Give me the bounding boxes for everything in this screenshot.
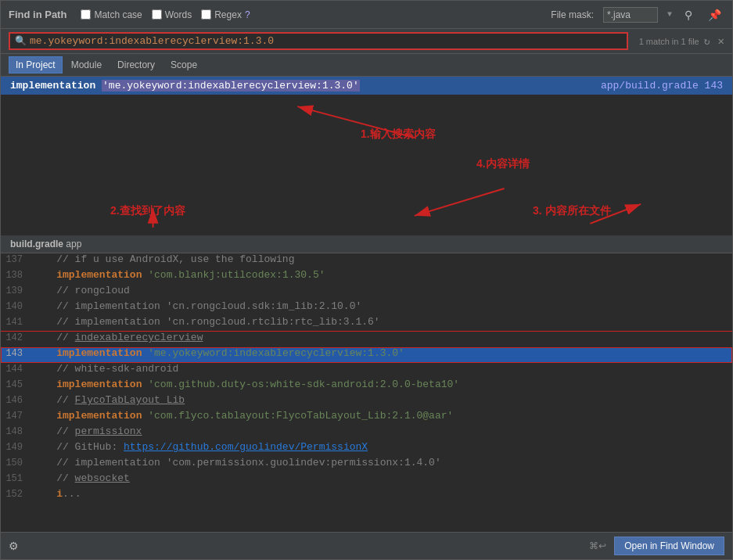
line-content: // websocket — [32, 472, 130, 484]
annotation-2: 2.查找到了内容 — [110, 204, 185, 218]
annotation-1: 1.输入搜索内容 — [361, 127, 436, 142]
footer-right: ⌘↩ Open in Find Window — [589, 537, 724, 555]
line-number: 152 — [1, 489, 32, 500]
footer-bar: ⚙ ⌘↩ Open in Find Window — [1, 532, 732, 559]
result-file-location: app/build.gradle 143 — [601, 80, 723, 92]
code-file-name: build.gradle — [10, 239, 63, 249]
settings-button[interactable]: ⚙ — [9, 540, 19, 552]
code-line-143: 143 implementation 'me.yokeyword:indexab… — [1, 347, 732, 363]
line-content: i... — [32, 488, 81, 500]
code-line-146: 146 // FlycoTabLayout_Lib — [1, 394, 732, 410]
match-case-group: Match case — [81, 9, 142, 20]
code-editor-area: build.gradle app 137 // if u use Android… — [1, 235, 732, 532]
result-highlight: 'me.yokeyword:indexablerecyclerview:1.3.… — [102, 80, 360, 92]
annotation-4: 4.内容详情 — [476, 157, 530, 171]
code-line-138: 138 implementation 'com.blankj:utilcodex… — [1, 269, 732, 285]
results-and-annotations: implementation 'me.yokeyword:indexablere… — [1, 77, 732, 235]
svg-line-4 — [415, 188, 505, 216]
line-number: 145 — [1, 379, 32, 390]
line-number: 151 — [1, 473, 32, 484]
line-content: // permissionx — [32, 425, 142, 437]
regex-help-icon[interactable]: ? — [245, 9, 250, 20]
tab-in-project[interactable]: In Project — [9, 56, 63, 74]
dialog-title: Find in Path — [9, 9, 66, 20]
refresh-icon[interactable]: ↻ — [704, 35, 710, 48]
line-content: // implementation 'cn.rongcloud.sdk:im_l… — [32, 300, 361, 312]
words-label: Words — [165, 9, 192, 20]
line-number: 147 — [1, 411, 32, 422]
line-content: // rongcloud — [32, 285, 130, 296]
file-mask-label: File mask: — [551, 9, 594, 20]
code-line-137: 137 // if u use AndroidX, use the follow… — [1, 253, 732, 269]
search-input-row: 🔍 me.yokeyword:indexablerecyclerview:1.3… — [1, 29, 732, 54]
pin-icon-button[interactable]: 📌 — [705, 7, 724, 23]
line-number: 141 — [1, 317, 32, 328]
search-input-display: me.yokeyword:indexablerecyclerview:1.3.0 — [30, 35, 622, 47]
line-number: 149 — [1, 442, 32, 453]
code-line-141: 141 // implementation 'cn.rongcloud.rtcl… — [1, 316, 732, 332]
line-number: 137 — [1, 254, 32, 265]
code-file-header: build.gradle app — [1, 235, 732, 253]
tab-scope[interactable]: Scope — [163, 56, 204, 74]
line-number: 148 — [1, 426, 32, 437]
line-number: 138 — [1, 270, 32, 281]
line-number: 150 — [1, 458, 32, 468]
line-number: 140 — [1, 301, 32, 312]
annotation-overlay: 1.输入搜索内容 2.查找到了内容 3. 内容所在文件 4.内容详情 — [1, 95, 732, 235]
line-number: 142 — [1, 332, 32, 343]
shortcut-hint: ⌘↩ — [589, 540, 606, 551]
close-search-icon[interactable]: ✕ — [718, 34, 724, 48]
regex-checkbox[interactable] — [201, 9, 211, 20]
line-content: implementation 'com.github.duty-os:white… — [32, 379, 459, 390]
line-content: // if u use AndroidX, use the following — [32, 253, 294, 265]
line-number: 139 — [1, 285, 32, 296]
code-line-139: 139 // rongcloud — [1, 285, 732, 300]
line-content: // GitHub: https://github.com/guolindev/… — [32, 441, 368, 453]
line-content: implementation 'me.yokeyword:indexablere… — [32, 347, 404, 359]
result-keyword: implementation — [10, 80, 102, 92]
line-number: 143 — [1, 348, 32, 359]
code-line-147: 147 implementation 'com.flyco.tablayout:… — [1, 410, 732, 425]
search-field-wrapper: 🔍 me.yokeyword:indexablerecyclerview:1.3… — [9, 32, 628, 50]
scope-tabs: In Project Module Directory Scope — [1, 54, 732, 77]
code-line-148: 148 // permissionx — [1, 425, 732, 441]
line-content: implementation 'com.blankj:utilcodex:1.3… — [32, 269, 325, 281]
regex-group: Regex ? — [201, 9, 250, 20]
code-line-140: 140 // implementation 'cn.rongcloud.sdk:… — [1, 300, 732, 316]
code-line-150: 150 // implementation 'com.permissionx.g… — [1, 457, 732, 472]
code-line-151: 151 // websocket — [1, 472, 732, 488]
line-content: // indexablerecyclerview — [32, 332, 203, 343]
words-checkbox[interactable] — [152, 9, 162, 20]
search-icon: 🔍 — [15, 35, 27, 47]
code-line-142: 142 // indexablerecyclerview — [1, 332, 732, 347]
find-in-path-dialog: Find in Path Match case Words Regex ? Fi… — [0, 0, 733, 560]
annotation-3: 3. 内容所在文件 — [533, 204, 611, 218]
line-number: 144 — [1, 364, 32, 375]
match-case-checkbox[interactable] — [81, 9, 91, 20]
open-in-find-window-button[interactable]: Open in Find Window — [614, 537, 724, 555]
line-content: // white-sdk-android — [32, 363, 178, 375]
tab-directory[interactable]: Directory — [110, 56, 162, 74]
match-count-info: 1 match in 1 file — [639, 37, 699, 46]
line-content: // implementation 'com.permissionx.guoli… — [32, 457, 441, 468]
code-line-149: 149 // GitHub: https://github.com/guolin… — [1, 441, 732, 457]
line-content: // FlycoTabLayout_Lib — [32, 394, 185, 406]
match-case-label: Match case — [94, 9, 142, 20]
code-lines-container[interactable]: 137 // if u use AndroidX, use the follow… — [1, 253, 732, 529]
file-mask-dropdown[interactable]: ▼ — [667, 10, 672, 19]
line-number: 146 — [1, 395, 32, 406]
file-mask-input[interactable] — [603, 7, 658, 23]
code-line-144: 144 // white-sdk-android — [1, 363, 732, 379]
tab-module[interactable]: Module — [64, 56, 109, 74]
result-code: implementation 'me.yokeyword:indexablere… — [10, 80, 593, 92]
dialog-header: Find in Path Match case Words Regex ? Fi… — [1, 1, 732, 29]
line-content: implementation 'com.flyco.tablayout:Flyc… — [32, 410, 453, 422]
words-group: Words — [152, 9, 192, 20]
code-line-152: 152 i... — [1, 488, 732, 504]
code-file-module: app — [66, 239, 81, 249]
result-row[interactable]: implementation 'me.yokeyword:indexablere… — [1, 77, 732, 95]
line-content: // implementation 'cn.rongcloud.rtclib:r… — [32, 316, 380, 328]
filter-icon-button[interactable]: ⚲ — [681, 7, 695, 23]
code-line-145: 145 implementation 'com.github.duty-os:w… — [1, 379, 732, 394]
regex-label: Regex — [214, 9, 242, 20]
